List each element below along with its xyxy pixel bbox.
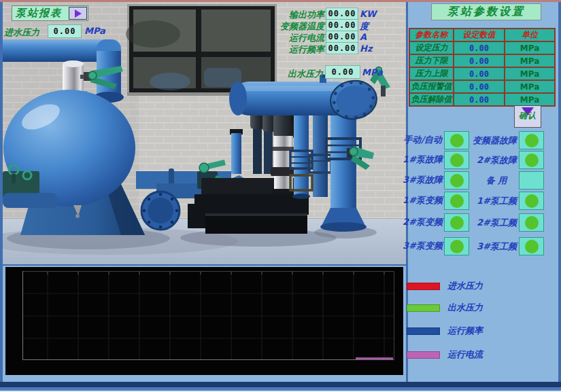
settings-table-header-row: 参数名称 设定数值 单位 [409, 29, 555, 41]
status-label-pump1-mains: 1#泵工频 [469, 195, 517, 207]
led-pump1-fault [444, 151, 469, 169]
green-led-icon [525, 194, 539, 208]
led-pump2-vfd [444, 213, 469, 232]
param-unit: MPa [505, 54, 555, 67]
inlet-pressure-label: 进水压力 [4, 26, 39, 39]
green-led-icon [525, 154, 539, 167]
green-led-icon [450, 194, 464, 208]
legend-label-run-current: 运行电流 [447, 349, 483, 361]
run-frequency-unit: Hz [360, 43, 372, 54]
table-row: 压力上限 0.00 MPa [409, 67, 555, 80]
run-frequency-label: 运行频率 [270, 43, 324, 56]
settings-table-wrap: 参数名称 设定数值 单位 设定压力 0.00 MPa 压力下限 0.00 MPa… [409, 28, 556, 107]
legend-label-run-frequency: 运行频率 [447, 325, 483, 337]
legend-label-inlet-pressure: 进水压力 [447, 280, 483, 292]
param-name: 负压报警值 [409, 80, 454, 93]
status-label-pump2-vfd: 2#泵变频 [403, 216, 442, 228]
status-label-spare: 备 用 [476, 175, 517, 187]
report-button-label: 泵站报表 [16, 7, 62, 20]
param-value-field[interactable]: 0.00 [454, 54, 505, 67]
hmi-root: 泵站报表 进水压力 0.00 MPa 输出功率 00.00 KW 变频器温度 0… [0, 0, 561, 392]
output-power-value: 00.00 [326, 7, 358, 20]
legend-swatch-outlet-pressure [407, 304, 440, 312]
param-value-field[interactable]: 0.00 [454, 80, 505, 93]
output-power-label: 输出功率 [270, 9, 324, 21]
param-value-field[interactable]: 0.00 [454, 93, 505, 106]
status-label-manual-auto: 手动/自动 [403, 134, 442, 146]
outlet-pressure-value: 0.00 [325, 65, 360, 79]
run-current-value: 00.00 [326, 31, 358, 43]
param-unit: MPa [505, 93, 555, 106]
led-manual-auto [444, 131, 469, 149]
status-label-pump3-fault: 3#泵故障 [403, 174, 442, 186]
col-param-name: 参数名称 [409, 29, 454, 41]
trend-chart-plot [5, 267, 403, 375]
param-unit: MPa [505, 80, 555, 93]
outlet-pressure-label: 出水压力 [269, 68, 323, 80]
run-current-label: 运行电流 [270, 32, 324, 44]
led-vfd-fault [519, 131, 544, 149]
led-pump1-mains [519, 192, 544, 210]
green-led-icon [525, 216, 539, 230]
green-led-icon [525, 134, 539, 147]
play-arrow-icon [75, 10, 82, 18]
param-value-field[interactable]: 0.00 [454, 41, 505, 54]
legend-swatch-run-frequency [407, 327, 440, 335]
param-name: 设定压力 [409, 41, 454, 54]
status-label-pump2-fault: 2#泵故障 [469, 154, 517, 166]
green-led-icon [450, 174, 464, 188]
green-led-icon [450, 134, 464, 147]
inverter-temp-unit: 度 [360, 20, 369, 33]
led-pump2-fault [519, 151, 544, 169]
trend-panel [3, 266, 406, 382]
green-led-icon [450, 216, 464, 230]
settings-panel-title: 泵站参数设置 [431, 3, 541, 20]
inverter-temp-value: 00.00 [326, 19, 358, 31]
table-row: 压力下限 0.00 MPa [409, 54, 555, 67]
param-unit: MPa [505, 67, 555, 80]
col-unit: 单位 [505, 29, 555, 41]
output-power-unit: KW [360, 9, 376, 19]
green-led-icon [450, 240, 464, 253]
run-frequency-value: 00.00 [326, 42, 358, 54]
status-label-pump1-vfd: 1#泵变频 [403, 194, 442, 207]
param-value-field[interactable]: 0.00 [454, 67, 505, 80]
led-pump3-vfd [444, 237, 469, 255]
confirm-button[interactable]: 确认 [514, 105, 541, 128]
green-led-icon [450, 154, 464, 167]
inlet-pressure-value: 0.00 [48, 24, 82, 38]
run-current-unit: A [360, 32, 367, 42]
outlet-pressure-unit: MPa [362, 67, 383, 77]
report-arrow-button[interactable] [69, 7, 87, 20]
status-label-pump3-mains: 3#泵工频 [469, 240, 517, 253]
table-row: 负压报警值 0.00 MPa [409, 80, 555, 93]
status-label-pump3-vfd: 3#泵变频 [403, 240, 442, 252]
confirm-button-label: 确认 [519, 110, 537, 122]
green-led-icon [525, 240, 539, 253]
flange-elbow [141, 192, 180, 230]
led-spare-empty [519, 171, 544, 190]
table-row: 设定压力 0.00 MPa [409, 41, 555, 54]
trend-chart [5, 267, 403, 375]
param-name: 压力上限 [409, 67, 454, 80]
inlet-pressure-unit: MPa [84, 26, 105, 36]
led-pump3-fault [444, 171, 469, 190]
led-pump3-mains [519, 237, 544, 255]
pump-chrome-casing [271, 136, 296, 194]
inverter-temp-label: 变频器温度 [270, 20, 324, 33]
bottom-frame-dark [0, 382, 561, 387]
led-pump1-vfd [444, 192, 469, 210]
param-unit: MPa [505, 41, 555, 54]
led-pump2-mains [519, 213, 544, 232]
legend-swatch-run-current [407, 351, 440, 359]
status-label-vfd-fault: 变频器故障 [469, 135, 517, 147]
col-set-value: 设定数值 [454, 29, 505, 41]
legend-label-outlet-pressure: 出水压力 [447, 302, 483, 314]
param-name: 压力下限 [409, 54, 454, 67]
window-reflection [126, 20, 180, 48]
settings-table: 参数名称 设定数值 单位 设定压力 0.00 MPa 压力下限 0.00 MPa… [409, 28, 556, 107]
status-label-pump1-fault: 1#泵故障 [403, 154, 442, 166]
status-label-pump2-mains: 2#泵工频 [469, 217, 517, 229]
legend-swatch-inlet-pressure [407, 283, 440, 290]
table-row: 负压解除值 0.00 MPa [409, 93, 555, 106]
